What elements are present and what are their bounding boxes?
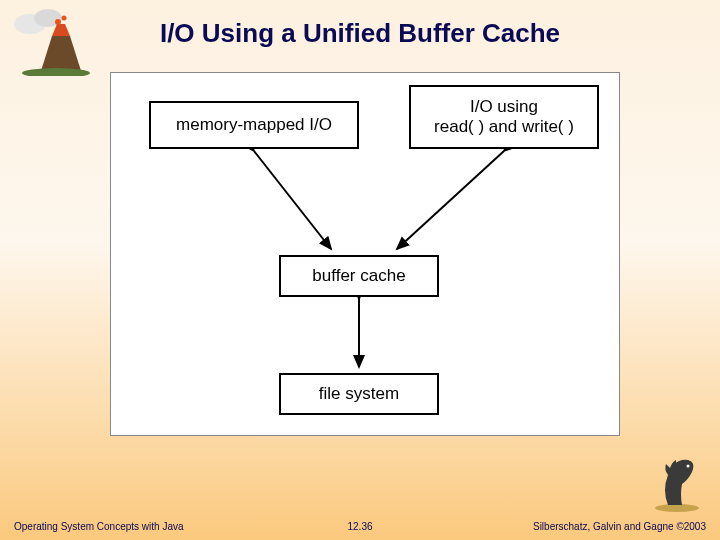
- box-buffer-cache: buffer cache: [279, 255, 439, 297]
- svg-point-11: [687, 465, 690, 468]
- footer: Operating System Concepts with Java 12.3…: [0, 521, 720, 532]
- slide: I/O Using a Unified Buffer Cache memory-…: [0, 0, 720, 540]
- svg-point-10: [655, 504, 699, 512]
- box-file-system: file system: [279, 373, 439, 415]
- box-memory-mapped-io: memory-mapped I/O: [149, 101, 359, 149]
- slide-title: I/O Using a Unified Buffer Cache: [0, 18, 720, 49]
- box-label: file system: [319, 384, 399, 404]
- svg-line-8: [397, 151, 504, 249]
- box-label: memory-mapped I/O: [176, 115, 332, 135]
- box-label: I/O using read( ) and write( ): [434, 97, 574, 138]
- box-label: buffer cache: [312, 266, 405, 286]
- footer-page-number: 12.36: [0, 521, 720, 532]
- svg-line-7: [254, 151, 331, 249]
- box-io-read-write: I/O using read( ) and write( ): [409, 85, 599, 149]
- dinosaur-icon: [648, 450, 706, 512]
- diagram-frame: memory-mapped I/O I/O using read( ) and …: [110, 72, 620, 436]
